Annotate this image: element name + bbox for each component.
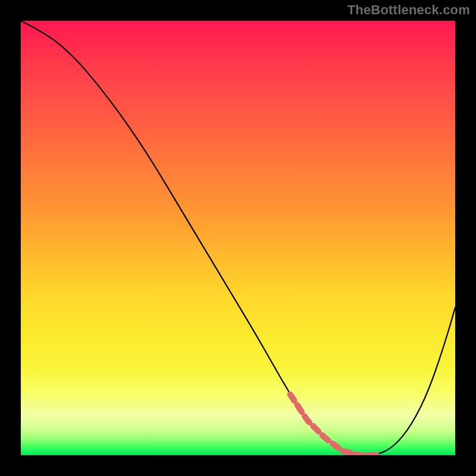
curve-svg xyxy=(21,21,455,455)
bottleneck-curve xyxy=(21,21,455,455)
plot-area xyxy=(21,21,455,455)
chart-frame: TheBottleneck.com xyxy=(0,0,476,476)
sweet-spot-marker xyxy=(290,394,377,455)
watermark-text: TheBottleneck.com xyxy=(347,2,470,18)
